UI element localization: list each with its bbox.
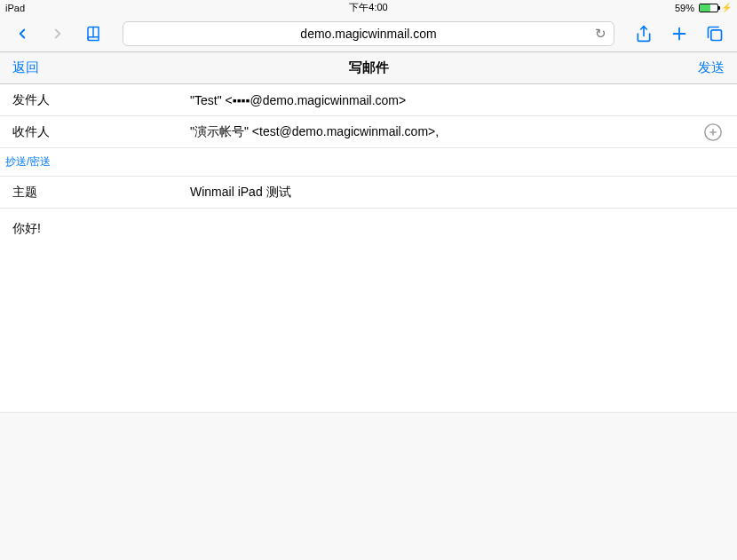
refresh-icon[interactable]: ↻	[595, 26, 606, 42]
sender-value: "Test" <▪▪▪▪@demo.magicwinmail.com>	[190, 93, 725, 107]
battery-percent: 59%	[675, 3, 694, 13]
bookmarks-button[interactable]	[80, 20, 107, 47]
body-content[interactable]: 你好!	[12, 221, 41, 235]
compose-form: 发件人 "Test" <▪▪▪▪@demo.magicwinmail.com> …	[0, 84, 737, 209]
recipient-label: 收件人	[12, 124, 190, 140]
recipient-row[interactable]: 收件人 "演示帐号" <test@demo.magicwinmail.com>,	[0, 116, 737, 148]
return-button[interactable]: 返回	[12, 59, 39, 76]
subject-value[interactable]: Winmail iPad 测试	[190, 185, 725, 201]
email-body[interactable]: 你好!	[0, 209, 737, 413]
device-label: iPad	[5, 3, 25, 13]
cc-bcc-row[interactable]: 抄送/密送	[0, 148, 737, 177]
status-bar: iPad 下午4:00 59% ⚡	[0, 0, 737, 15]
battery-icon	[699, 4, 718, 12]
back-button[interactable]	[9, 20, 36, 47]
charging-icon: ⚡	[721, 3, 732, 12]
sender-label: 发件人	[12, 92, 190, 108]
forward-button	[44, 20, 71, 47]
bottom-spacer	[0, 413, 737, 559]
subject-label: 主题	[12, 185, 190, 201]
sender-row: 发件人 "Test" <▪▪▪▪@demo.magicwinmail.com>	[0, 84, 737, 116]
browser-toolbar: demo.magicwinmail.com ↻	[0, 15, 737, 52]
subject-row[interactable]: 主题 Winmail iPad 测试	[0, 177, 737, 209]
page-header: 返回 写邮件 发送	[0, 52, 737, 84]
tabs-button[interactable]	[701, 20, 728, 47]
url-text: demo.magicwinmail.com	[300, 27, 436, 41]
time-label: 下午4:00	[349, 2, 387, 12]
send-button[interactable]: 发送	[698, 59, 725, 76]
share-button[interactable]	[630, 20, 657, 47]
cc-bcc-link[interactable]: 抄送/密送	[5, 154, 51, 170]
svg-rect-4	[711, 29, 722, 40]
add-recipient-button[interactable]	[701, 121, 725, 144]
page-title: 写邮件	[349, 59, 389, 76]
recipient-value[interactable]: "演示帐号" <test@demo.magicwinmail.com>,	[190, 124, 701, 140]
url-bar[interactable]: demo.magicwinmail.com ↻	[123, 21, 614, 46]
new-tab-button[interactable]	[666, 20, 693, 47]
